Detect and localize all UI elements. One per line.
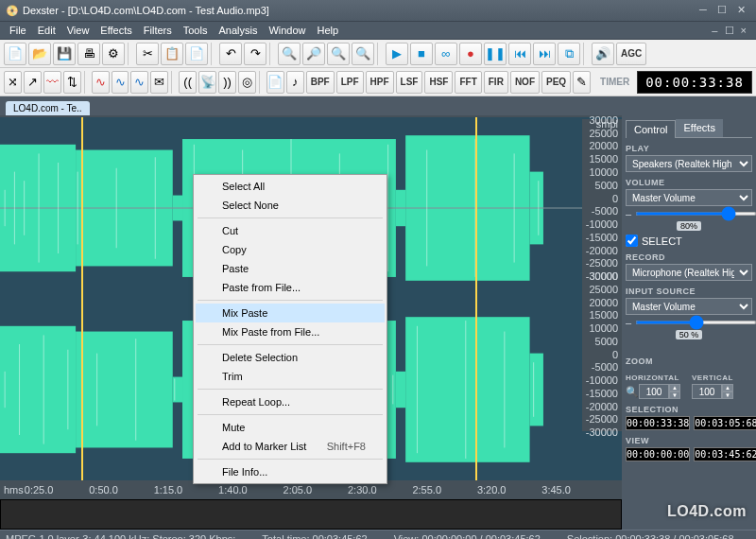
pause-button[interactable]: ❚❚ xyxy=(484,43,507,65)
menu-help[interactable]: Help xyxy=(312,25,345,36)
zoom-label: ZOOM xyxy=(626,356,752,366)
ctx-cut[interactable]: Cut xyxy=(196,221,385,240)
play-button[interactable]: ▶ xyxy=(386,43,408,65)
speaker-button[interactable]: 🔊 xyxy=(592,43,614,65)
ctx-repeat-loop-[interactable]: Repeat Loop... xyxy=(196,392,385,411)
gain-icon[interactable]: 〰 xyxy=(43,71,61,94)
ripple-icon[interactable]: ◎ xyxy=(238,71,256,94)
pencil-icon[interactable]: ✎ xyxy=(573,71,591,94)
zoom-in-button[interactable]: 🔍 xyxy=(278,43,301,65)
open-button[interactable]: 📂 xyxy=(28,43,51,65)
input-minus[interactable]: – xyxy=(626,317,631,328)
agc-button[interactable]: AGC xyxy=(616,43,646,65)
doc-icon[interactable]: 📄 xyxy=(266,71,284,94)
ctx-paste[interactable]: Paste xyxy=(196,259,385,278)
shuffle-icon[interactable]: ⤨ xyxy=(4,71,22,94)
ctx-mix-paste[interactable]: Mix Paste xyxy=(196,304,385,322)
sel-start[interactable]: 00:00:33:38 xyxy=(626,416,690,430)
skip-back-button[interactable]: ⏮ xyxy=(508,43,531,65)
fir-button[interactable]: FIR xyxy=(484,71,508,94)
input-slider[interactable] xyxy=(635,321,756,324)
skip-fwd-button[interactable]: ⏭ xyxy=(533,43,556,65)
view-end[interactable]: 00:03:45:62 xyxy=(694,447,756,461)
ctx-mix-paste-from-file-[interactable]: Mix Paste from File... xyxy=(196,322,385,341)
radio-right-icon[interactable]: )) xyxy=(218,71,236,94)
time-axis-label: hms xyxy=(4,484,24,496)
play-label: PLAY xyxy=(626,144,752,153)
timer-display: 00:00:33:38 xyxy=(637,71,752,94)
tab-effects[interactable]: Effects xyxy=(676,119,722,137)
mail-icon[interactable]: ✉ xyxy=(150,71,168,94)
hsf-button[interactable]: HSF xyxy=(424,71,453,94)
ctx-select-none[interactable]: Select None xyxy=(196,196,385,215)
paste-button[interactable]: 📄 xyxy=(185,43,208,65)
lsf-button[interactable]: LSF xyxy=(396,71,423,94)
sel-end[interactable]: 00:03:05:68 xyxy=(694,416,756,430)
zoom-sel-button[interactable]: 🔍 xyxy=(352,43,374,65)
menu-view[interactable]: View xyxy=(61,25,95,36)
menu-filters[interactable]: Filters xyxy=(138,25,178,36)
ctx-trim[interactable]: Trim xyxy=(196,367,385,386)
play-device-select[interactable]: Speakers (Realtek High Def xyxy=(626,155,752,172)
ctx-paste-from-file-[interactable]: Paste from File... xyxy=(196,278,385,297)
settings-button[interactable]: ⚙ xyxy=(102,43,125,65)
loop-button[interactable]: ∞ xyxy=(435,43,457,65)
ctx-copy[interactable]: Copy xyxy=(196,240,385,259)
new-button[interactable]: 📄 xyxy=(4,43,26,65)
radio-left-icon[interactable]: (( xyxy=(179,71,197,94)
menu-file[interactable]: File xyxy=(4,25,32,36)
zoom-out-button[interactable]: 🔎 xyxy=(302,43,325,65)
menu-analysis[interactable]: Analysis xyxy=(213,25,263,36)
volume-slider[interactable] xyxy=(635,212,756,216)
vol-minus[interactable]: – xyxy=(626,208,631,219)
ctx-add-to-marker-list[interactable]: Add to Marker ListShift+F8 xyxy=(196,437,385,456)
bpf-button[interactable]: BPF xyxy=(306,71,335,94)
menu-window[interactable]: Window xyxy=(263,25,311,36)
wave3-icon[interactable]: ∿ xyxy=(130,71,148,94)
maximize-button[interactable]: ☐ xyxy=(713,4,731,17)
ctx-mute[interactable]: Mute xyxy=(196,418,385,437)
mix-icon[interactable]: ⇅ xyxy=(63,71,81,94)
ctx-select-all[interactable]: Select All xyxy=(196,177,385,196)
overview-bar[interactable] xyxy=(0,499,622,530)
view-start[interactable]: 00:00:00:00 xyxy=(626,447,690,461)
close-button[interactable]: ✕ xyxy=(731,4,750,17)
menu-edit[interactable]: Edit xyxy=(32,25,61,36)
stop-button[interactable]: ■ xyxy=(410,43,433,65)
select-checkbox[interactable]: SELECT xyxy=(626,235,752,247)
note-icon[interactable]: ♪ xyxy=(286,71,304,94)
menu-effects[interactable]: Effects xyxy=(94,25,137,36)
nof-button[interactable]: NOF xyxy=(510,71,540,94)
ctx-delete-selection[interactable]: Delete Selection xyxy=(196,348,385,367)
lpf-button[interactable]: LPF xyxy=(336,71,364,94)
minimize-button[interactable]: ─ xyxy=(694,4,713,17)
menu-tools[interactable]: Tools xyxy=(178,25,214,36)
record-button[interactable]: ● xyxy=(459,43,482,65)
record-device-select[interactable]: Microphone (Realtek High D xyxy=(626,264,752,281)
ctx-file-info-[interactable]: File Info... xyxy=(196,462,385,481)
fade-icon[interactable]: ↗ xyxy=(24,71,42,94)
volume-value: 80% xyxy=(677,221,701,231)
undo-button[interactable]: ↶ xyxy=(219,43,242,65)
zoom-h-spinner[interactable]: 🔍▲▼ xyxy=(626,384,686,399)
cut-button[interactable]: ✂ xyxy=(136,43,159,65)
copy-button[interactable]: 📋 xyxy=(161,43,183,65)
zoom-fit-button[interactable]: 🔍 xyxy=(327,43,350,65)
save-button[interactable]: 💾 xyxy=(53,43,76,65)
marker-button[interactable]: ⧉ xyxy=(558,43,580,65)
peq-button[interactable]: PEQ xyxy=(541,71,571,94)
child-window-controls[interactable]: – ☐ × xyxy=(708,25,752,37)
redo-button[interactable]: ↷ xyxy=(244,43,266,65)
input-source-select[interactable]: Master Volume xyxy=(626,298,752,315)
window-title: Dexster - [D:\LO4D.com\LO4D.com - Test A… xyxy=(19,5,694,16)
fft-button[interactable]: FFT xyxy=(455,71,481,94)
tab-control[interactable]: Control xyxy=(626,120,676,138)
zoom-v-spinner[interactable]: ▲▼ xyxy=(692,384,752,399)
hpf-button[interactable]: HPF xyxy=(366,71,394,94)
radio-icon[interactable]: 📡 xyxy=(198,71,216,94)
file-tab[interactable]: LO4D.com - Te.. xyxy=(6,101,90,115)
print-button[interactable]: 🖶 xyxy=(77,43,100,65)
wave2-icon[interactable]: ∿ xyxy=(112,71,129,94)
wave1-icon[interactable]: ∿ xyxy=(92,71,110,94)
volume-source-select[interactable]: Master Volume xyxy=(626,189,752,206)
